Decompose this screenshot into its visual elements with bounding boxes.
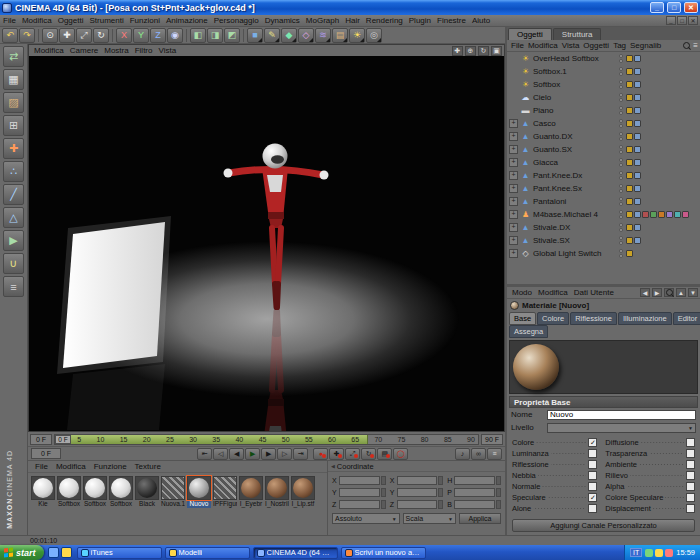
object-row-guanto-dx[interactable]: +▲Guanto.DX <box>507 130 700 143</box>
spinner[interactable] <box>438 500 443 509</box>
range-start-field[interactable]: 0 F <box>30 434 52 445</box>
object-row-global-light-switch[interactable]: +◇Global Light Switch <box>507 247 700 260</box>
channel-checkbox-alone[interactable] <box>588 504 597 513</box>
object-row-cielo[interactable]: ☁Cielo <box>507 91 700 104</box>
next-frame-button[interactable]: ▶ <box>261 448 276 460</box>
menu-animazione[interactable]: Animazione <box>163 16 211 25</box>
render-visibility-dot[interactable] <box>619 202 623 206</box>
tag-icon[interactable] <box>634 237 641 244</box>
channel-checkbox-speculare[interactable]: ✓ <box>588 493 597 502</box>
tag-icon[interactable] <box>634 172 641 179</box>
tag-icon[interactable] <box>634 120 641 127</box>
doc-restore-button[interactable]: □ <box>677 16 687 25</box>
material-tab-editor[interactable]: Editor <box>673 312 700 325</box>
add-channel-button[interactable]: Aggiungi Canale Personalizzato <box>512 519 695 532</box>
visibility-dots[interactable] <box>619 106 623 115</box>
channel-checkbox-trasparenza[interactable] <box>686 449 695 458</box>
autokey-button[interactable]: ◯ <box>393 448 408 460</box>
value-input[interactable] <box>339 488 380 497</box>
material-softbox[interactable]: Softbox <box>109 476 133 508</box>
visibility-dots[interactable] <box>619 236 623 245</box>
render-visibility-dot[interactable] <box>619 254 623 258</box>
value-input[interactable] <box>339 500 380 509</box>
tag-icon[interactable] <box>642 211 649 218</box>
tag-icon[interactable] <box>626 211 633 218</box>
scene-objects-button[interactable]: ▤ <box>332 28 348 43</box>
object-row-pantaloni[interactable]: +▲Pantaloni <box>507 195 700 208</box>
timeline-handle[interactable]: 0 F <box>55 435 71 444</box>
move-button[interactable]: ✚ <box>59 28 75 43</box>
menu-finestre[interactable]: Finestre <box>434 16 469 25</box>
value-input[interactable] <box>454 476 495 485</box>
tag-icon[interactable] <box>626 146 633 153</box>
object-row-giacca[interactable]: +▲Giacca <box>507 156 700 169</box>
render-visibility-dot[interactable] <box>619 150 623 154</box>
cameras-button[interactable]: ◎ <box>366 28 382 43</box>
visibility-dots[interactable] <box>619 132 623 141</box>
value-input[interactable] <box>397 476 438 485</box>
spinner[interactable] <box>496 488 501 497</box>
material-tab-riflessione[interactable]: Riflessione <box>570 312 617 325</box>
value-input[interactable] <box>339 476 380 485</box>
viewport-menu-filtro[interactable]: Filtro <box>132 46 156 55</box>
menu-strumenti[interactable]: Strumenti <box>86 16 126 25</box>
tag-icon[interactable] <box>626 94 633 101</box>
material-menu-modifica[interactable]: Modifica <box>52 462 90 471</box>
task-itunes[interactable]: iTunes <box>77 547 162 559</box>
material-tab-illuminazione[interactable]: Illuminazione <box>618 312 672 325</box>
tag-icon[interactable] <box>674 211 681 218</box>
coordinate-system-button[interactable]: ◉ <box>167 28 183 43</box>
visibility-dots[interactable] <box>619 249 623 258</box>
apply-button[interactable]: Applica <box>459 513 501 524</box>
tag-icon[interactable] <box>626 250 633 257</box>
tab-oggetti[interactable]: Oggetti <box>508 28 552 40</box>
tag-icon[interactable] <box>634 146 641 153</box>
render-visibility-dot[interactable] <box>619 176 623 180</box>
tag-icon[interactable] <box>626 55 633 62</box>
scale-button[interactable]: ⤢ <box>76 28 92 43</box>
editor-visibility-dot[interactable] <box>619 145 623 149</box>
render-visibility-dot[interactable] <box>619 228 623 232</box>
attr-menu-dati-utente[interactable]: Dati Utente <box>571 288 617 297</box>
object-row-pant-knee-dx[interactable]: +▲Pant.Knee.Dx <box>507 169 700 182</box>
quicklaunch-icon-2[interactable] <box>61 547 72 558</box>
viewport-menu-modifica[interactable]: Modifica <box>31 46 67 55</box>
record-keyframe-button[interactable]: ● <box>313 448 328 460</box>
forward-button[interactable]: ▶ <box>652 288 662 297</box>
language-indicator[interactable]: IT <box>630 548 642 557</box>
record-rotation-button[interactable]: ↻ <box>361 448 376 460</box>
filter-button[interactable]: ▼ <box>688 288 698 297</box>
menu-hair[interactable]: Hair <box>342 16 363 25</box>
doc-close-button[interactable]: ✕ <box>688 16 698 25</box>
material-ipffigur[interactable]: IPFFigur <box>213 476 237 508</box>
attr-menu-modifica[interactable]: Modifica <box>535 288 571 297</box>
spinner[interactable] <box>438 488 443 497</box>
channel-checkbox-alpha[interactable] <box>686 482 695 491</box>
edges-mode-button[interactable]: ╱ <box>3 184 24 205</box>
material-menu-texture[interactable]: Texture <box>131 462 165 471</box>
goto-end-button[interactable]: ⇥ <box>293 448 308 460</box>
visibility-dots[interactable] <box>619 54 623 63</box>
search-icon[interactable] <box>682 41 691 50</box>
material-menu-file[interactable]: File <box>31 462 52 471</box>
channel-checkbox-ambiente[interactable] <box>686 460 695 469</box>
object-row-piano[interactable]: ▬Piano <box>507 104 700 117</box>
object-row-stivale-sx[interactable]: +▲Stivale.SX <box>507 234 700 247</box>
softbox-panel[interactable] <box>63 222 165 368</box>
primitives-button[interactable]: ■ <box>247 28 263 43</box>
visibility-dots[interactable] <box>619 197 623 206</box>
editor-visibility-dot[interactable] <box>619 184 623 188</box>
tag-icon[interactable] <box>666 211 673 218</box>
render-visibility-dot[interactable] <box>619 137 623 141</box>
visibility-dots[interactable] <box>619 223 623 232</box>
menu-oggetti[interactable]: Oggetti <box>55 16 87 25</box>
object-row-casco[interactable]: +▲Casco <box>507 117 700 130</box>
om-menu-segnalib[interactable]: Segnalib <box>628 41 663 50</box>
material-tab-assegna[interactable]: Assegna <box>509 325 548 338</box>
sound-button[interactable]: ♪ <box>455 448 470 460</box>
channel-checkbox-riflessione[interactable] <box>588 460 597 469</box>
material-preview[interactable] <box>509 340 698 394</box>
up-button[interactable]: ▲ <box>676 288 686 297</box>
menu-personaggio[interactable]: Personaggio <box>211 16 262 25</box>
tag-icon[interactable] <box>634 94 641 101</box>
